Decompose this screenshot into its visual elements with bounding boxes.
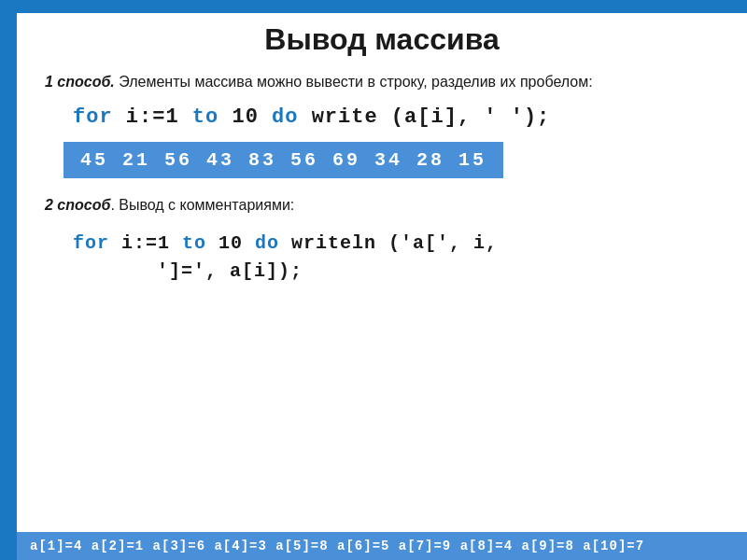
code-block-2: for i:=1 to 10 do writeln ('a[', i, ']='… xyxy=(45,230,719,286)
keyword-for-2: for xyxy=(73,232,109,254)
keyword-for-1: for xyxy=(73,105,113,129)
array-output-1: 45 21 56 43 83 56 69 34 28 15 xyxy=(45,136,719,188)
section1-text: 1 способ. Элементы массива можно вывести… xyxy=(45,72,719,92)
code-end-2: writeln ('a[', i, xyxy=(279,232,498,254)
section2-text: 2 способ. Вывод с комментариями: xyxy=(45,195,719,216)
code-middle-1: i:=1 xyxy=(113,105,192,129)
code-middle-2: i:=1 xyxy=(109,232,182,254)
page-title: Вывод массива xyxy=(45,22,719,57)
top-accent-bar xyxy=(17,0,747,13)
keyword-do-2: do xyxy=(255,232,279,254)
left-accent-bar xyxy=(0,0,17,560)
keyword-do-1: do xyxy=(272,105,298,129)
code-end2-2: ']=', a[i]); xyxy=(73,260,303,282)
keyword-to-2: to xyxy=(182,232,206,254)
code-middle2-1: 10 xyxy=(218,105,272,129)
array-values-1: 45 21 56 43 83 56 69 34 28 15 xyxy=(63,142,503,178)
keyword-to-1: to xyxy=(192,105,218,129)
code-block-1: for i:=1 to 10 do write (a[i], ' '); xyxy=(45,105,719,129)
array-output-2: a[1]=4 a[2]=1 a[3]=6 a[4]=3 a[5]=8 a[6]=… xyxy=(17,532,747,560)
code-end-1: write (a[i], ' '); xyxy=(298,105,550,129)
main-content: Вывод массива 1 способ. Элементы массива… xyxy=(17,13,747,560)
code-middle2-2: 10 xyxy=(206,232,255,254)
